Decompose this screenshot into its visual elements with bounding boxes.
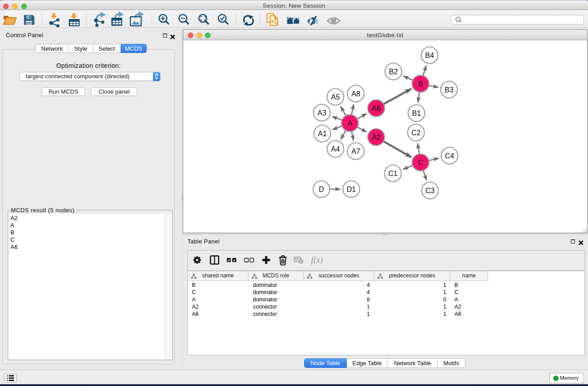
svg-text:A2: A2 — [372, 133, 381, 141]
svg-text:C: C — [418, 159, 423, 167]
svg-text:C3: C3 — [425, 187, 435, 195]
svg-text:f(x): f(x) — [311, 255, 323, 265]
svg-text:C1: C1 — [388, 170, 398, 177]
svg-text:A5: A5 — [331, 93, 340, 101]
svg-text:D1: D1 — [347, 186, 356, 193]
svg-text:A4: A4 — [331, 145, 340, 153]
svg-text:B1: B1 — [412, 110, 421, 117]
svg-text:C2: C2 — [411, 129, 421, 137]
svg-text:A3: A3 — [317, 109, 326, 117]
svg-text:A8: A8 — [351, 90, 360, 98]
svg-text:C4: C4 — [445, 152, 454, 160]
svg-text:A1: A1 — [318, 130, 327, 138]
svg-text:D: D — [319, 186, 324, 193]
svg-text:B: B — [418, 80, 423, 88]
svg-text:B2: B2 — [389, 68, 398, 76]
svg-text:B4: B4 — [425, 52, 434, 59]
svg-text:A: A — [348, 119, 353, 127]
svg-text:A7: A7 — [351, 148, 360, 155]
svg-text:B3: B3 — [445, 86, 454, 94]
svg-text:A6: A6 — [372, 105, 381, 112]
